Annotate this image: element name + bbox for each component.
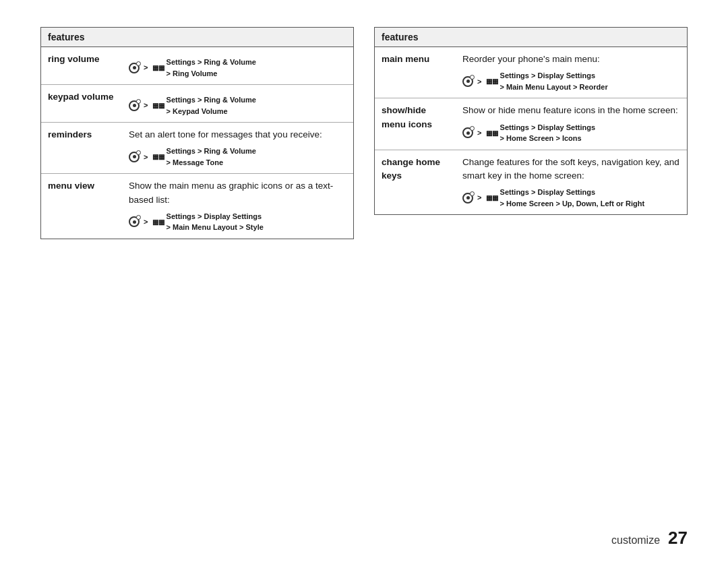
nav-text: Settings > Ring & Volume> Ring Volume — [166, 57, 256, 79]
nav-icon — [462, 76, 473, 87]
feature-description: Show the main menu as graphic icons or a… — [129, 179, 346, 207]
feature-content: > ▦▦ Settings > Ring & Volume> Keypad Vo… — [122, 85, 353, 123]
nav-text: > — [142, 62, 150, 73]
nav-path: > ▦▦ Settings > Display Settings> Main M… — [129, 211, 346, 233]
nav-text: > — [475, 192, 484, 204]
nav-path: > ▦▦ Settings > Display Settings> Home S… — [462, 187, 680, 209]
nav-text: Settings > Display Settings> Home Screen… — [500, 187, 645, 209]
nav-text: Settings > Display Settings> Main Menu L… — [500, 70, 608, 92]
nav-text: > — [475, 127, 484, 139]
feature-label: menu view — [41, 174, 122, 239]
feature-content: Set an alert tone for messages that you … — [122, 123, 353, 174]
feature-label: keypad volume — [41, 85, 122, 123]
feature-label: ring volume — [41, 47, 122, 85]
settings-glyph: ▦▦ — [486, 76, 498, 86]
feature-label: reminders — [41, 123, 122, 174]
feature-description: Change features for the soft keys, navig… — [462, 156, 680, 183]
feature-description: Show or hide menu feature icons in the h… — [462, 104, 680, 117]
settings-glyph: ▦▦ — [152, 217, 164, 227]
right-table-header: features — [375, 28, 687, 47]
nav-icon — [129, 100, 140, 111]
footer-word: customize — [611, 534, 660, 547]
nav-path: > ▦▦ Settings > Display Settings> Home S… — [462, 122, 680, 144]
feature-label: show/hidemenu icons — [375, 98, 456, 150]
circle-icon — [129, 152, 140, 162]
nav-icon — [462, 193, 473, 204]
circle-icon — [462, 127, 473, 138]
footer-number: 27 — [668, 528, 688, 549]
nav-path: > ▦▦ Settings > Ring & Volume> Ring Volu… — [129, 57, 346, 79]
left-table-header-row: features — [41, 28, 353, 47]
nav-text: Settings > Display Settings> Main Menu L… — [166, 211, 264, 233]
nav-text: Settings > Display Settings> Home Screen… — [500, 122, 596, 144]
circle-icon — [462, 76, 473, 87]
circle-icon — [129, 100, 140, 111]
nav-text: > — [142, 100, 150, 111]
nav-path: > ▦▦ Settings > Ring & Volume> Keypad Vo… — [129, 94, 346, 117]
page-footer: customize 27 — [611, 528, 688, 549]
nav-text: Settings > Ring & Volume> Keypad Volume — [166, 94, 256, 117]
nav-path: > ▦▦ Settings > Ring & Volume> Message T… — [129, 146, 346, 168]
nav-text: > — [142, 152, 150, 163]
circle-icon — [129, 216, 140, 227]
right-table-header-row: features — [375, 28, 687, 47]
nav-icon — [129, 152, 140, 162]
feature-content: Reorder your phone's main menu: > ▦▦ Set… — [456, 47, 687, 98]
feature-content: > ▦▦ Settings > Ring & Volume> Ring Volu… — [122, 47, 353, 85]
settings-glyph: ▦▦ — [152, 100, 164, 111]
circle-icon — [462, 193, 473, 204]
nav-text: > — [475, 76, 484, 88]
settings-glyph: ▦▦ — [152, 152, 164, 162]
table-row: main menu Reorder your phone's main menu… — [375, 47, 687, 98]
nav-text: Settings > Ring & Volume> Message Tone — [166, 146, 256, 168]
circle-icon — [129, 63, 140, 73]
feature-content: Show or hide menu feature icons in the h… — [456, 98, 687, 150]
page-content: features ring volume > ▦▦ Settings > Rin… — [0, 0, 728, 562]
table-row: reminders Set an alert tone for messages… — [41, 123, 353, 174]
settings-glyph: ▦▦ — [486, 193, 498, 203]
tables-row: features ring volume > ▦▦ Settings > Rin… — [40, 27, 688, 239]
feature-description: Set an alert tone for messages that you … — [129, 128, 346, 142]
nav-icon — [129, 63, 140, 73]
settings-glyph: ▦▦ — [152, 63, 164, 73]
table-row: change homekeys Change features for the … — [375, 150, 687, 214]
left-feature-table: features ring volume > ▦▦ Settings > Rin… — [40, 27, 354, 239]
table-row: keypad volume > ▦▦ Settings > Ring & Vol… — [41, 85, 353, 123]
feature-description: Reorder your phone's main menu: — [462, 53, 680, 66]
feature-label: main menu — [375, 47, 456, 98]
nav-text: > — [142, 216, 150, 228]
table-row: menu view Show the main menu as graphic … — [41, 174, 353, 239]
feature-label: change homekeys — [375, 150, 456, 214]
left-table-header: features — [41, 28, 353, 47]
table-row: show/hidemenu icons Show or hide menu fe… — [375, 98, 687, 150]
table-row: ring volume > ▦▦ Settings > Ring & Volum… — [41, 47, 353, 85]
right-feature-table: features main menu Reorder your phone's … — [374, 27, 688, 215]
feature-content: Change features for the soft keys, navig… — [456, 150, 687, 214]
nav-icon — [462, 127, 473, 138]
nav-path: > ▦▦ Settings > Display Settings> Main M… — [462, 70, 680, 92]
settings-glyph: ▦▦ — [486, 128, 498, 138]
nav-icon — [129, 216, 140, 227]
feature-content: Show the main menu as graphic icons or a… — [122, 174, 353, 239]
